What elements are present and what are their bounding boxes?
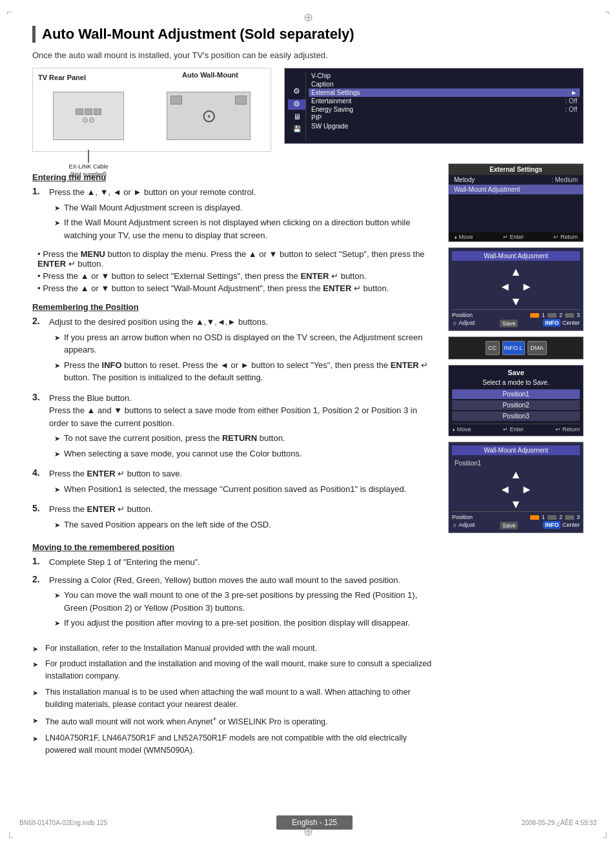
step-3-sub-2: ➤ When selecting a save mode, you cannot… <box>49 447 435 460</box>
step-5: 5. Press the ENTER ↵ button. ➤ The saved… <box>32 503 435 533</box>
external-settings-screenshot: External Settings Melody: Medium Wall-Mo… <box>448 163 584 242</box>
remembering-header: Remembering the Position <box>32 302 435 312</box>
step-5-sub-1: ➤ The saved Position appears on the left… <box>49 518 435 531</box>
save-btn-2: Save <box>500 522 518 529</box>
moving-header: Moving to the remembered position <box>32 542 435 552</box>
corner-decoration-br: ┘ <box>603 832 610 843</box>
wall-adj-screenshot-1: Wall-Mount Adjusment ▲ ◄ ► ▼ Position 1 <box>448 247 584 331</box>
note-5: ➤ LN40A750R1F, LN46A750R1F and LN52A750R… <box>32 732 435 757</box>
wall-adj-arrows-2: ▲ ◄ ► ▼ <box>452 468 580 511</box>
ext-melody: Melody: Medium <box>449 175 583 185</box>
mount-label: Auto Wall-Mount <box>182 71 238 79</box>
step-5-num: 5. <box>32 503 44 513</box>
notes-section: ➤ For installation, refer to the Install… <box>32 642 435 757</box>
step-3-content: Press the Blue button. Press the ▲ and ▼… <box>49 392 435 463</box>
dma-btn: DMA <box>528 341 547 355</box>
step-4-num: 4. <box>32 467 44 478</box>
wall-adj-title-2: Wall-Mount Adjusment <box>452 445 580 455</box>
step-3-sub-1: ➤ To not save the current position, pres… <box>49 432 435 445</box>
moving-step-1-content: Complete Step 1 of "Entering the menu". <box>49 556 435 569</box>
note-2: ➤ For product installation and the insta… <box>32 658 435 682</box>
footer-right: 2008-05-29 ¿ÀÊÈ 4:59:33 <box>522 819 597 826</box>
moving-step-2-content: Pressing a Color (Red, Green, Yellow) bu… <box>49 574 435 632</box>
moving-step-2-sub-1: ➤ You can move the wall mount to one of … <box>49 589 435 614</box>
pos-label-1: Position <box>452 312 473 318</box>
wall-adj-screenshot-2: Wall-Mount Adjusment Position1 ▲ ◄ ► ▼ P… <box>448 442 584 533</box>
ext-title: External Settings <box>449 164 583 175</box>
center-btn-2: INFO Center <box>543 522 580 529</box>
note-4: ➤ The auto wall mount will not work when… <box>32 714 435 728</box>
screenshots-col: ⚙ ⚙ 🖥 💾 V-Chip Caption External Settings… <box>284 68 584 152</box>
setup-menu-screenshot: ⚙ ⚙ 🖥 💾 V-Chip Caption External Settings… <box>284 68 584 144</box>
bullet-3: • Press the ▲ or ▼ button to select "Wal… <box>37 283 435 293</box>
title-section: Auto Wall-Mount Adjustment (Sold separat… <box>32 26 584 43</box>
bullet-2: • Press the ▲ or ▼ button to select "Ext… <box>37 271 435 281</box>
step-5-content: Press the ENTER ↵ button. ➤ The saved Po… <box>49 503 435 533</box>
step-1-sub-1: ➤ The Wall Mount Adjustment screen is di… <box>49 201 435 214</box>
cc-btn: CC <box>486 341 500 355</box>
save-title: Save <box>452 369 580 376</box>
page-title: Auto Wall-Mount Adjustment (Sold separat… <box>42 26 584 43</box>
save-subtitle: Select a mode to Save. <box>452 379 580 386</box>
remote-btns-screenshot: CC INFO.L DMA <box>448 336 584 360</box>
menu-pip: PIP <box>309 114 580 122</box>
step-2: 2. Adjust to the desired position using … <box>32 316 435 387</box>
menu-vcip: V-Chip <box>309 72 580 80</box>
wall-mount-diagram: ⊙ <box>167 92 251 140</box>
step-2-num: 2. <box>32 316 44 326</box>
crosshair-bottom: ⊕ <box>303 824 313 839</box>
ext-wall-mount: Wall-Mount Adjustment <box>449 185 583 194</box>
main-content: Entering the menu 1. Press the ▲, ▼, ◄ o… <box>32 163 584 761</box>
step-4: 4. Press the ENTER ↵ button to save. ➤ W… <box>32 467 435 498</box>
moving-step-2-num: 2. <box>32 574 44 584</box>
bullet-1: • Press the MENU button to display the m… <box>37 249 435 269</box>
page-number: English - 125 <box>276 815 353 830</box>
save-option-1: Position1 <box>452 389 580 399</box>
step-4-content: Press the ENTER ↵ button to save. ➤ When… <box>49 467 435 498</box>
step-1-content: Press the ▲, ▼, ◄ or ► button on your re… <box>49 186 435 244</box>
menu-energy-saving: Energy Saving: Off <box>309 105 580 114</box>
tv-rear-panel-diagram: EX-LINK Cable (Not supplied) <box>53 92 124 140</box>
save-option-2: Position2 <box>452 400 580 410</box>
step-1-sub-2: ➤ If the Wall Mount Adjustment screen is… <box>49 216 435 241</box>
moving-step-2-sub-2: ➤ If you adjust the position after movin… <box>49 617 435 629</box>
wall-adj-arrows-1: ▲ ◄ ► ▼ <box>452 264 580 309</box>
diagram-box: TV Rear Panel Auto Wall-Mount <box>32 68 271 152</box>
center-btn-1: INFO Center <box>543 320 580 327</box>
step-2-content: Adjust to the desired position using the… <box>49 316 435 387</box>
step-4-sub-1: ➤ When Position1 is selected, the messag… <box>49 483 435 496</box>
moving-step-1: 1. Complete Step 1 of "Entering the menu… <box>32 556 435 569</box>
footer-left: BN68-01470A-02Eng.indb 125 <box>19 819 107 826</box>
step-3: 3. Press the Blue button. Press the ▲ an… <box>32 392 435 463</box>
cable-label-line1: EX-LINK Cable <box>68 163 108 170</box>
position1-label: Position1 <box>452 458 580 468</box>
left-content: Entering the menu 1. Press the ▲, ▼, ◄ o… <box>32 163 435 761</box>
step-2-sub-2: ➤ Press the INFO button to reset. Press … <box>49 359 435 384</box>
note-3: ➤ This installation manual is to be used… <box>32 686 435 711</box>
step-1-num: 1. <box>32 186 44 196</box>
info-btn: INFO.L <box>502 341 525 355</box>
tv-rear-label: TV Rear Panel <box>38 74 86 81</box>
note-1: ➤ For installation, refer to the Install… <box>32 642 435 655</box>
pos-label-2: Position <box>452 514 473 520</box>
wall-adj-title-1: Wall-Mount Adjusment <box>452 251 580 261</box>
menu-entertainment: Entertainment: Off <box>309 97 580 105</box>
save-option-3: Position3 <box>452 411 580 421</box>
menu-sw-upgrade: SW Upgrade <box>309 122 580 130</box>
corner-decoration-bl: └ <box>6 832 13 843</box>
adj-btn-2: ☼ Adjust <box>452 522 475 529</box>
ext-move-bar: ⬧ Move↵ Enter↩ Return <box>449 232 583 241</box>
menu-caption: Caption <box>309 80 580 88</box>
save-screenshot: Save Select a mode to Save. Position1 Po… <box>448 365 584 436</box>
right-screenshots: External Settings Melody: Medium Wall-Mo… <box>448 163 584 761</box>
save-btn-1: Save <box>500 320 518 327</box>
save-enter: ↵ Enter <box>503 426 524 433</box>
menu-external-settings: External Settings► <box>309 88 580 97</box>
save-return: ↩ Return <box>555 426 580 433</box>
step-1: 1. Press the ▲, ▼, ◄ or ► button on your… <box>32 186 435 244</box>
step-2-sub-1: ➤ If you press an arrow button when no O… <box>49 331 435 356</box>
intro-text: Once the auto wall mount is installed, y… <box>32 50 584 60</box>
moving-step-2: 2. Pressing a Color (Red, Green, Yellow)… <box>32 574 435 632</box>
cable-label-line2: (Not supplied) <box>70 171 107 178</box>
step-3-num: 3. <box>32 392 44 402</box>
